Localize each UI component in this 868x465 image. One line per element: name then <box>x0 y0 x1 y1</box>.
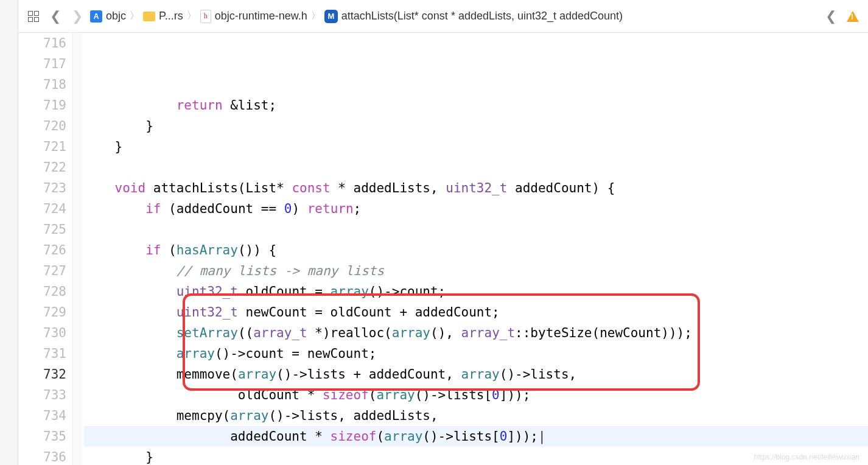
line-number[interactable]: 736 <box>18 447 66 465</box>
line-number-gutter[interactable]: 7167177187197207217227237247257267277287… <box>18 33 73 465</box>
line-number[interactable]: 732 <box>18 364 66 385</box>
code-line[interactable]: // many lists -> many lists <box>84 260 868 281</box>
line-number[interactable]: 722 <box>18 157 66 178</box>
back-button[interactable]: ❮ <box>46 7 65 26</box>
fold-strip[interactable] <box>73 33 82 465</box>
crumb-symbol-label: attachLists(List* const * addedLists, ui… <box>341 10 623 23</box>
line-number[interactable]: 727 <box>18 260 66 281</box>
line-number[interactable]: 730 <box>18 323 66 343</box>
warning-icon <box>847 11 859 22</box>
code-line[interactable]: if (addedCount == 0) return; <box>84 198 868 219</box>
line-number[interactable]: 724 <box>18 198 66 219</box>
line-number[interactable]: 728 <box>18 281 66 302</box>
line-number[interactable]: 726 <box>18 240 66 260</box>
project-icon: A <box>90 10 102 23</box>
code-line[interactable]: memcpy(array()->lists, addedLists, <box>84 405 868 426</box>
line-number[interactable]: 734 <box>18 405 66 426</box>
code-line[interactable]: void attachLists(List* const * addedList… <box>84 178 868 198</box>
line-number[interactable]: 735 <box>18 426 66 447</box>
crumb-project[interactable]: A objc <box>90 10 126 23</box>
toolbar: ❮ ❯ A objc 〉 P...rs 〉 h objc-runtime-new… <box>18 0 868 33</box>
line-number[interactable]: 721 <box>18 136 66 157</box>
jump-back-button[interactable]: ❮ <box>822 7 840 26</box>
code-line[interactable]: uint32_t newCount = oldCount + addedCoun… <box>84 302 868 323</box>
code-line[interactable]: oldCount * sizeof(array()->lists[0])); <box>84 385 868 405</box>
code-line[interactable]: setArray((array_t *)realloc(array(), arr… <box>84 323 868 343</box>
method-icon: M <box>324 10 338 23</box>
crumb-project-label: objc <box>106 10 126 23</box>
code-line[interactable]: memmove(array()->lists + addedCount, arr… <box>84 364 868 385</box>
line-number[interactable]: 719 <box>18 95 66 116</box>
line-number[interactable]: 723 <box>18 178 66 198</box>
crumb-separator: 〉 <box>186 10 198 23</box>
code-line[interactable] <box>84 157 868 178</box>
code-line[interactable]: uint32_t oldCount = array()->count; <box>84 281 868 302</box>
crumb-separator: 〉 <box>128 10 141 23</box>
line-number[interactable]: 718 <box>18 74 66 95</box>
related-items-button[interactable] <box>24 7 43 26</box>
issues-button[interactable] <box>844 7 862 26</box>
text-cursor: | <box>538 429 546 444</box>
crumb-folder-label: P...rs <box>159 10 183 23</box>
code-line[interactable] <box>84 219 868 240</box>
header-file-icon: h <box>200 10 211 23</box>
code-line[interactable]: if (hasArray()) { <box>84 240 868 260</box>
watermark: https://blog.csdn.net/feifeiwuxian <box>754 453 859 461</box>
crumb-symbol[interactable]: M attachLists(List* const * addedLists, … <box>324 10 623 23</box>
line-number[interactable]: 729 <box>18 302 66 323</box>
line-number[interactable]: 733 <box>18 385 66 405</box>
code-area[interactable]: return &list; } } void attachLists(List*… <box>82 33 868 465</box>
line-number[interactable]: 725 <box>18 219 66 240</box>
forward-button[interactable]: ❯ <box>68 7 86 26</box>
crumb-file-label: objc-runtime-new.h <box>215 10 307 23</box>
code-line[interactable]: } <box>84 116 868 136</box>
code-line[interactable]: addedCount * sizeof(array()->lists[0]));… <box>84 426 868 447</box>
crumb-file[interactable]: h objc-runtime-new.h <box>200 10 307 23</box>
code-line[interactable]: } <box>84 447 868 465</box>
crumb-folder[interactable]: P...rs <box>143 10 183 23</box>
code-editor[interactable]: 7167177187197207217227237247257267277287… <box>18 33 868 465</box>
line-number[interactable]: 731 <box>18 343 66 364</box>
line-number[interactable]: 720 <box>18 116 66 136</box>
grid-icon <box>28 11 39 22</box>
crumb-separator: 〉 <box>310 10 322 23</box>
line-number[interactable]: 716 <box>18 33 66 54</box>
code-line[interactable]: } <box>84 136 868 157</box>
line-number[interactable]: 717 <box>18 54 66 74</box>
folder-icon <box>143 12 155 21</box>
breadcrumb: A objc 〉 P...rs 〉 h objc-runtime-new.h 〉… <box>90 10 818 23</box>
code-line[interactable]: array()->count = newCount; <box>84 343 868 364</box>
editor-left-strip <box>0 0 18 465</box>
code-line[interactable]: return &list; <box>84 95 868 116</box>
